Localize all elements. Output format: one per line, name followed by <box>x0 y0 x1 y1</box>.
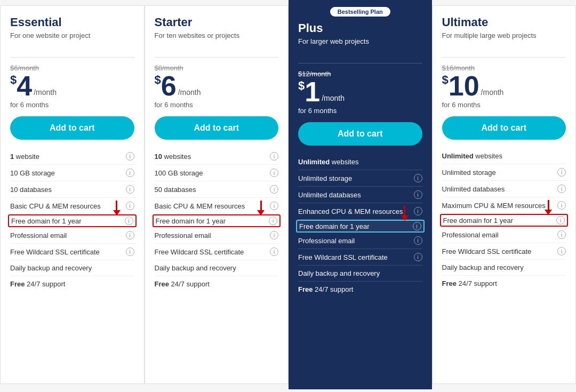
add-to-cart-plus[interactable]: Add to cart <box>298 122 422 146</box>
feature-text-plus-7: Daily backup and recovery <box>298 269 422 277</box>
divider <box>155 57 279 58</box>
price-number-starter: 6 <box>161 72 177 100</box>
feature-text-starter-3: Basic CPU & MEM resources <box>155 202 267 210</box>
info-icon-starter-5[interactable]: i <box>270 231 278 239</box>
info-icon-plus-3[interactable]: i <box>414 207 422 215</box>
price-period-ultimate: /month <box>481 88 504 97</box>
feature-item-starter-0: 10 websites i <box>155 148 279 165</box>
price-main-row-starter: $ 6 /month <box>155 72 279 100</box>
feature-item-essential-8: Free 24/7 support <box>10 276 134 292</box>
feature-text-starter-1: 100 GB storage <box>155 169 267 177</box>
feature-text-ultimate-1: Unlimited storage <box>442 169 555 177</box>
price-number-ultimate: 10 <box>449 72 479 100</box>
feature-text-plus-3: Enhanced CPU & MEM resources <box>298 207 411 215</box>
feature-text-plus-6: Free Wildcard SSL certificate <box>298 253 411 261</box>
price-duration-starter: for 6 months <box>155 101 279 109</box>
feature-item-starter-8: Free 24/7 support <box>155 276 279 292</box>
info-icon-essential-5[interactable]: i <box>126 231 134 239</box>
info-icon-essential-4[interactable]: i <box>125 217 133 225</box>
price-period-starter: /month <box>178 88 201 97</box>
feature-item-essential-1: 10 GB storagei <box>10 165 134 181</box>
feature-item-essential-0: 1 website i <box>10 148 134 165</box>
divider <box>298 63 422 63</box>
info-icon-ultimate-6[interactable]: i <box>557 247 566 255</box>
info-icon-ultimate-4[interactable]: i <box>556 216 565 225</box>
feature-item-ultimate-4: Free domain for 1 yeari <box>440 214 569 227</box>
feature-item-ultimate-5: Professional emaili <box>442 227 566 243</box>
info-icon-starter-3[interactable]: i <box>270 202 278 210</box>
feature-item-plus-6: Free Wildcard SSL certificatei <box>298 249 422 266</box>
feature-item-starter-4: Free domain for 1 yeari <box>153 214 281 227</box>
feature-text-essential-2: 10 databases <box>10 186 123 194</box>
info-icon-ultimate-5[interactable]: i <box>557 230 566 239</box>
feature-text-ultimate-5: Professional email <box>442 231 555 239</box>
arrow-shaft <box>116 201 117 210</box>
arrow-indicator-plus <box>401 206 409 221</box>
feature-text-essential-5: Professional email <box>10 231 123 239</box>
info-icon-plus-2[interactable]: i <box>414 190 422 199</box>
price-dollar-ultimate: $ <box>442 74 449 86</box>
arrow-indicator-essential <box>113 201 121 215</box>
plan-name-essential: Essential <box>10 15 134 29</box>
plan-name-starter: Starter <box>155 15 279 29</box>
info-icon-starter-4[interactable]: i <box>269 217 277 225</box>
info-icon-plus-4[interactable]: i <box>413 222 421 230</box>
feature-text-essential-8: Free 24/7 support <box>10 280 134 288</box>
add-to-cart-essential[interactable]: Add to cart <box>10 116 134 140</box>
feature-item-plus-2: Unlimited databasesi <box>298 187 422 203</box>
info-icon-plus-5[interactable]: i <box>414 236 422 245</box>
add-to-cart-ultimate[interactable]: Add to cart <box>442 116 566 140</box>
feature-text-plus-5: Professional email <box>298 237 411 245</box>
price-period-plus: /month <box>322 94 345 102</box>
feature-text-essential-6: Free Wildcard SSL certificate <box>10 248 123 256</box>
info-icon-plus-1[interactable]: i <box>414 174 422 182</box>
feature-text-essential-3: Basic CPU & MEM resources <box>10 202 123 210</box>
plan-card-essential: EssentialFor one website or project$6/mo… <box>0 5 145 384</box>
feature-item-plus-5: Professional emaili <box>298 233 422 249</box>
feature-text-plus-0: Unlimited websites <box>298 158 422 166</box>
feature-text-ultimate-6: Free Wildcard SSL certificate <box>442 247 555 255</box>
feature-item-essential-4: Free domain for 1 yeari <box>8 214 137 227</box>
info-icon-essential-2[interactable]: i <box>126 185 134 194</box>
divider <box>10 57 134 58</box>
plan-card-ultimate: UltimateFor multiple large web projects$… <box>432 5 577 384</box>
add-to-cart-starter[interactable]: Add to cart <box>155 116 279 140</box>
price-period-essential: /month <box>34 88 57 97</box>
info-icon-ultimate-2[interactable]: i <box>557 185 566 193</box>
feature-item-ultimate-7: Daily backup and recovery <box>442 260 566 276</box>
info-icon-starter-2[interactable]: i <box>270 185 278 194</box>
plan-subtitle-plus: For larger web projects <box>298 37 422 57</box>
feature-text-essential-0: 1 website <box>10 153 123 161</box>
info-icon-ultimate-1[interactable]: i <box>557 168 566 177</box>
divider <box>442 57 566 58</box>
info-icon-starter-1[interactable]: i <box>270 169 278 177</box>
info-icon-starter-0[interactable]: i <box>270 152 278 161</box>
feature-text-ultimate-2: Unlimited databases <box>442 185 555 193</box>
feature-item-plus-7: Daily backup and recovery <box>298 266 422 282</box>
features-list-starter: 10 websites i100 GB storagei50 databases… <box>155 148 279 292</box>
feature-item-starter-5: Professional emaili <box>155 227 279 244</box>
feature-text-essential-7: Daily backup and recovery <box>10 264 134 272</box>
features-list-ultimate: Unlimited websites Unlimited storageiUnl… <box>442 148 566 291</box>
features-list-essential: 1 website i10 GB storagei10 databasesiBa… <box>10 148 134 292</box>
plans-container: EssentialFor one website or project$6/mo… <box>0 5 576 389</box>
info-icon-essential-1[interactable]: i <box>126 169 134 177</box>
info-icon-essential-0[interactable]: i <box>126 152 134 161</box>
info-icon-starter-6[interactable]: i <box>270 247 278 256</box>
feature-item-plus-8: Free 24/7 support <box>298 282 422 297</box>
price-number-plus: 1 <box>305 78 320 106</box>
price-dollar-essential: $ <box>10 74 17 86</box>
info-icon-essential-6[interactable]: i <box>126 247 134 256</box>
arrow-indicator-starter <box>257 201 265 215</box>
arrow-shaft <box>404 206 405 215</box>
plan-card-plus: Bestselling Plan PlusFor larger web proj… <box>289 0 432 389</box>
info-icon-ultimate-3[interactable]: i <box>557 201 566 210</box>
feature-item-ultimate-2: Unlimited databasesi <box>442 181 566 197</box>
plan-card-starter: StarterFor ten websites or projects$8/mo… <box>145 5 289 384</box>
price-main-row-plus: $ 1 /month <box>298 78 422 106</box>
feature-text-starter-6: Free Wildcard SSL certificate <box>155 248 267 256</box>
info-icon-plus-6[interactable]: i <box>414 253 422 261</box>
plan-subtitle-starter: For ten websites or projects <box>155 31 279 51</box>
info-icon-essential-3[interactable]: i <box>126 202 134 210</box>
feature-item-ultimate-8: Free 24/7 support <box>442 276 566 291</box>
